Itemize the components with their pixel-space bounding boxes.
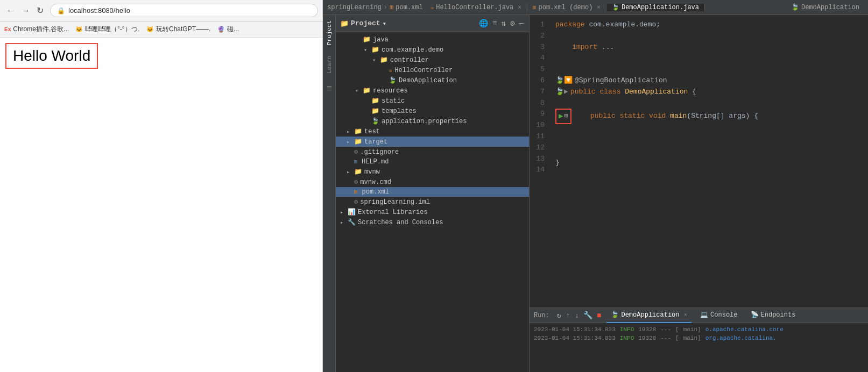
refresh-icon[interactable]: ↻ (556, 310, 562, 321)
list-icon[interactable]: ≡ (491, 18, 498, 29)
run-icon[interactable]: ▶ (559, 110, 563, 122)
folder-icon: 📁 (371, 46, 379, 54)
collapse-icon[interactable]: — (518, 18, 525, 29)
globe-icon[interactable]: 🌐 (478, 18, 489, 29)
tab-hello-controller[interactable]: ☕ HelloController.java × (425, 4, 527, 11)
file-name: springLearning.iml (360, 198, 430, 206)
tree-item-gitignore[interactable]: ⚙ .gitignore (336, 147, 529, 157)
tree-item-spring-learning-iml[interactable]: ⚙ springLearning.iml (336, 197, 529, 207)
tree-item-hello-controller[interactable]: ☕ HelloController (336, 65, 529, 75)
endpoints-tab-label: Endpoints (761, 311, 796, 319)
tab-demo-application[interactable]: 🍃 DemoApplication.java (606, 4, 705, 11)
folder-icon: 📁 (380, 56, 388, 64)
console-thread-name: main] (683, 335, 701, 341)
tree-item-resources[interactable]: ▾ 📁 resources (336, 85, 529, 96)
tree-item-help-md[interactable]: m HELP.md (336, 157, 529, 167)
breadcrumb-file: pom.xml (396, 4, 422, 11)
code-area[interactable]: 1 2 3 4 5 6 7 8 9 10 11 12 13 14 (530, 15, 868, 307)
folder-icon: 📁 (371, 107, 379, 115)
console-pid: 19328 (638, 326, 656, 333)
browser-content: Hello World (0, 38, 322, 372)
code-line-7: 🍃▶ public class DemoApplication { (555, 87, 862, 98)
arrow-icon: ▸ (347, 169, 353, 175)
file-name: External Libraries (358, 209, 428, 216)
dropdown-icon[interactable]: ▾ (383, 19, 387, 28)
code-editor: 1 2 3 4 5 6 7 8 9 10 11 12 13 14 (530, 15, 868, 372)
bookmark-icon-chatgpt: 🐱 (146, 26, 154, 33)
arrow-icon: ▸ (347, 128, 353, 135)
file-name: target (364, 138, 387, 146)
sort-icon[interactable]: ⇅ (500, 18, 507, 29)
code-line-4 (555, 53, 862, 64)
endpoints-icon: 📡 (751, 311, 759, 319)
tree-item-test[interactable]: ▸ 📁 test (336, 126, 529, 137)
bookmark-item[interactable]: Ex Chrome插件,谷歌... (4, 25, 69, 34)
tab-close-button[interactable]: × (597, 4, 601, 11)
spring-icon: 🍃 (612, 4, 619, 11)
stop-icon[interactable]: ■ (596, 310, 602, 321)
config-icon: ⚙ (354, 148, 358, 156)
run-tab-app[interactable]: 🍃 DemoApplication × (606, 308, 691, 323)
tree-item-java[interactable]: 📁 java (336, 34, 529, 45)
console-level: INFO (620, 326, 634, 333)
code-line-1: package com.example.demo; (555, 19, 862, 31)
tree-item-templates[interactable]: 📁 templates (336, 106, 529, 116)
folder-icon: 📁 (354, 138, 362, 146)
url-text: localhost:8080/hello (68, 6, 130, 15)
bookmark-icon-mag: 🔮 (217, 26, 225, 33)
file-name: .gitignore (360, 148, 399, 156)
project-tab[interactable]: Project (325, 17, 334, 48)
breadcrumb-separator: › (384, 4, 387, 11)
bookmark-icon-bili: 🐱 (75, 26, 83, 33)
bookmark-item[interactable]: 🔮 磁... (217, 25, 239, 34)
endpoints-tab[interactable]: 📡 Endpoints (746, 308, 800, 323)
code-line-9: ▶ ⊞ public static void main (String[] ar… (555, 109, 862, 124)
bookmark-label: 玩转ChatGPT——... (156, 25, 211, 34)
run-configuration[interactable]: 🍃 DemoApplication (787, 3, 864, 11)
console-tab[interactable]: 💻 Console (696, 308, 742, 323)
forward-button[interactable]: → (19, 4, 32, 18)
config-icon: ⚙ (354, 198, 358, 206)
tree-item-mvnw-cmd[interactable]: ⚙ mvnw.cmd (336, 177, 529, 187)
extra-tab[interactable]: ☰ (324, 81, 334, 95)
tree-item-pom-xml[interactable]: m pom.xml (336, 187, 529, 197)
browser-toolbar: ← → ↻ 🔒 localhost:8080/hello (0, 0, 322, 22)
run-box[interactable]: ▶ ⊞ (555, 109, 571, 124)
tree-item-external-libraries[interactable]: ▸ 📊 External Libraries (336, 207, 529, 217)
bookmark-item[interactable]: 🐱 玩转ChatGPT——... (146, 25, 211, 34)
project-toolbar-icons: 🌐 ≡ ⇅ ⚙ — (478, 18, 525, 29)
bookmarks-bar: Ex Chrome插件,谷歌... 🐱 哔哩哔哩（°-°）つ... 🐱 玩转Ch… (0, 22, 322, 38)
line-numbers: 1 2 3 4 5 6 7 8 9 10 11 12 13 14 (530, 15, 549, 307)
console-output: 2023-01-04 15:31:34.833 INFO 19328 --- [… (530, 323, 868, 372)
java-icon: ☕ (431, 4, 434, 11)
console-tab-label: Console (710, 311, 737, 319)
code-line-2 (555, 31, 862, 42)
tree-item-com-example-demo[interactable]: ▾ 📁 com.example.demo (336, 45, 529, 55)
console-timestamp: 2023-01-04 15:31:34.833 (534, 335, 616, 341)
wrench-icon[interactable]: 🔧 (582, 310, 594, 321)
tree-item-controller[interactable]: ▾ 📁 controller (336, 55, 529, 65)
address-bar[interactable]: 🔒 localhost:8080/hello (50, 4, 318, 17)
tree-item-scratches[interactable]: ▸ 🔧 Scratches and Consoles (336, 217, 529, 227)
project-label: Project (351, 19, 380, 27)
tree-item-static[interactable]: 📁 static (336, 96, 529, 106)
bookmark-item[interactable]: 🐱 哔哩哔哩（°-°）つ... (75, 25, 140, 34)
ide-tabs: ☕ HelloController.java × m pom.xml (demo… (425, 4, 785, 11)
learn-tab[interactable]: Learn (325, 53, 334, 77)
scroll-up-icon[interactable]: ↑ (564, 310, 571, 321)
expand-icon[interactable]: ⊞ (564, 111, 568, 121)
tab-close-button[interactable]: × (518, 4, 521, 11)
settings-icon[interactable]: ⚙ (509, 18, 516, 29)
tree-item-application-properties[interactable]: 🍃 application.properties (336, 116, 529, 126)
spring-icon: 🍃 (389, 76, 397, 84)
back-button[interactable]: ← (4, 4, 17, 18)
tree-item-demo-application[interactable]: 🍃 DemoApplication (336, 75, 529, 85)
maven-icon: m (533, 4, 537, 11)
tab-pom-xml[interactable]: m pom.xml (demo) × (527, 4, 606, 11)
tree-item-target[interactable]: ▸ 📁 target (336, 137, 529, 147)
tree-item-mvnw[interactable]: ▸ 📁 mvnw (336, 167, 529, 177)
reload-button[interactable]: ↻ (34, 3, 46, 18)
project-toolbar: 📁 Project ▾ 🌐 ≡ ⇅ ⚙ — (336, 15, 529, 32)
scroll-down-icon[interactable]: ↓ (574, 310, 580, 321)
run-tab-close[interactable]: × (684, 312, 688, 318)
